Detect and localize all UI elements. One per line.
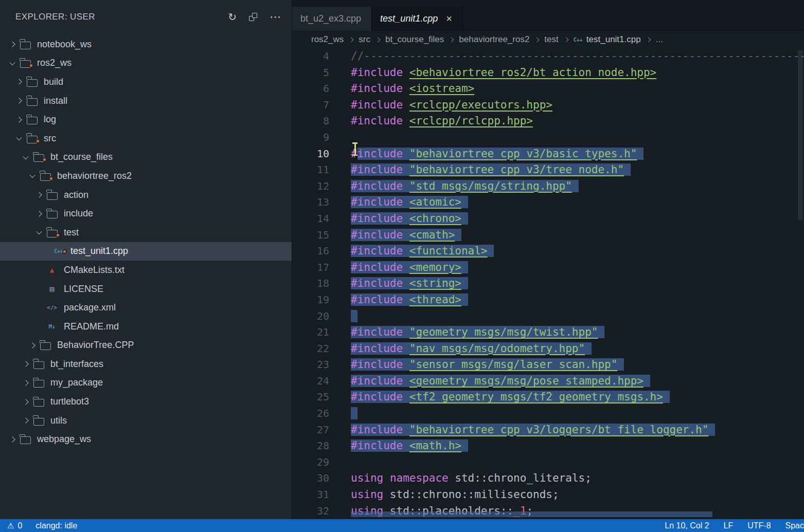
code-text[interactable]: #include "behaviortree_cpp_v3/loggers/bt… — [351, 422, 715, 438]
tab-bt-u2-ex3-cpp[interactable]: bt_u2_ex3.cpp — [292, 7, 372, 31]
collapse-all-icon[interactable] — [249, 13, 257, 21]
status-cursor-position[interactable]: Ln 10, Col 2 — [665, 521, 709, 530]
code-text[interactable]: #include <rclcpp/executors.hpp> — [351, 97, 552, 114]
chevron-right-icon[interactable] — [9, 436, 15, 442]
tree-item-install[interactable]: install — [0, 91, 292, 111]
tree-item-webpage-ws[interactable]: webpage_ws — [0, 430, 292, 449]
code-text[interactable]: #include <functional> — [351, 243, 494, 260]
tree-item-package-xml[interactable]: </>package.xml — [0, 298, 292, 317]
tree-item-readme-md[interactable]: M↓README.md — [0, 317, 292, 336]
tree-item-behaviortree-ros2[interactable]: behaviortree_ros2 — [0, 167, 292, 186]
code-text[interactable]: #include <cmath> — [351, 227, 461, 244]
chevron-right-icon[interactable] — [23, 399, 28, 405]
code-text[interactable]: #include <thread> — [351, 292, 468, 308]
chevron-down-icon[interactable] — [16, 135, 22, 140]
chevron-down-icon[interactable] — [9, 60, 15, 65]
code-text[interactable]: #include <string> — [351, 276, 468, 292]
folder-icon — [27, 117, 38, 124]
code-text[interactable] — [351, 308, 358, 325]
tree-item-utils[interactable]: utils — [0, 411, 292, 430]
breadcrumb-item-behaviortree-ros2[interactable]: behaviortree_ros2 — [459, 34, 529, 45]
selection-highlight: #include <cmath> — [351, 229, 461, 241]
tree-item-build[interactable]: build — [0, 72, 292, 91]
code-text[interactable]: #include <tf2_geometry_msgs/tf2_geometry… — [351, 389, 670, 406]
code-line: 31using std::chrono::milliseconds; — [292, 487, 804, 503]
chevron-right-icon[interactable] — [16, 98, 22, 103]
code-text[interactable]: #include <rclcpp/rclcpp.hpp> — [351, 113, 533, 130]
chevron-down-icon[interactable] — [36, 229, 42, 234]
tree-item-log[interactable]: log — [0, 110, 292, 129]
chevron-right-icon[interactable] — [36, 192, 42, 197]
vertical-scrollbar[interactable] — [798, 50, 803, 220]
code-text[interactable]: #include <geometry_msgs/msg/pose_stamped… — [351, 373, 650, 390]
code-text[interactable]: using namespace std::chrono_literals; — [351, 470, 592, 487]
code-text[interactable]: //--------------------------------------… — [351, 48, 804, 65]
tree-item-ros2-ws[interactable]: ros2_ws — [0, 54, 292, 73]
code-text[interactable]: #include <math.h> — [351, 438, 468, 454]
breadcrumb-item-test-unit1-cpp[interactable]: C++test_unit1.cpp — [574, 34, 641, 45]
tab-test-unit1-cpp[interactable]: test_unit1.cpp× — [372, 7, 463, 31]
close-icon[interactable]: × — [446, 13, 452, 25]
status-indentation[interactable]: Spac — [785, 521, 804, 530]
chevron-right-icon — [449, 37, 454, 42]
chevron-right-icon[interactable] — [23, 418, 28, 424]
explorer-actions: ↻ ⋯ — [228, 11, 281, 23]
folder-icon — [33, 418, 44, 426]
tree-item-turtlebot3[interactable]: turtlebot3 — [0, 392, 292, 411]
status-clangd-status[interactable]: clangd: idle — [35, 521, 77, 530]
breadcrumb-item-src[interactable]: src — [359, 34, 370, 45]
line-number: 21 — [292, 324, 329, 341]
breadcrumb-overflow[interactable]: ... — [656, 34, 663, 45]
code-text[interactable]: #include "sensor_msgs/msg/laser_scan.hpp… — [351, 357, 624, 373]
tree-item-test-unit1-cpp[interactable]: C++test_unit1.cpp — [0, 242, 292, 261]
tree-item-label: ros2_ws — [37, 58, 72, 68]
chevron-right-icon[interactable] — [36, 211, 42, 216]
status-warnings[interactable]: ⚠0 — [7, 521, 22, 530]
tree-item-my-package[interactable]: my_package — [0, 374, 292, 393]
code-text[interactable] — [351, 406, 358, 422]
tree-item-behaviortree-cpp[interactable]: BehaviorTree.CPP — [0, 336, 292, 355]
code-editor[interactable]: 4//-------------------------------------… — [292, 48, 804, 519]
horizontal-scrollbar[interactable] — [351, 511, 712, 517]
chevron-right-icon[interactable] — [23, 380, 28, 386]
cmake-icon: ▲ — [50, 266, 54, 274]
tree-item-cmakelists-txt[interactable]: ▲CMakeLists.txt — [0, 261, 292, 280]
tree-item-license[interactable]: ▤LICENSE — [0, 280, 292, 299]
code-text[interactable]: using std::chrono::milliseconds; — [351, 487, 559, 503]
code-text[interactable]: #include "geometry_msgs/msg/twist.hpp" — [351, 324, 604, 341]
tree-item-test[interactable]: test — [0, 223, 292, 242]
tree-item-src[interactable]: src — [0, 129, 292, 148]
line-number: 5 — [292, 65, 329, 81]
tree-item-label: log — [44, 114, 56, 125]
code-text[interactable]: #include "nav_msgs/msg/odometry.hpp" — [351, 341, 592, 357]
status-end-of-line[interactable]: LF — [724, 521, 734, 530]
more-actions-icon[interactable]: ⋯ — [270, 11, 281, 23]
tree-item-notebook-ws[interactable]: notebook_ws — [0, 35, 292, 54]
tree-item-bt-course-files[interactable]: bt_course_files — [0, 148, 292, 167]
chevron-right-icon[interactable] — [16, 79, 22, 85]
code-line: 24#include <geometry_msgs/msg/pose_stamp… — [292, 373, 804, 390]
code-text[interactable]: #include "behaviortree_cpp_v3/tree_node.… — [351, 162, 631, 178]
code-text[interactable]: #include "std_msgs/msg/string.hpp" — [351, 178, 579, 195]
breadcrumb-item-bt-course-files[interactable]: bt_course_files — [385, 34, 444, 45]
chevron-right-icon[interactable] — [16, 117, 22, 122]
refresh-icon[interactable]: ↻ — [228, 12, 237, 22]
tree-item-bt-interfaces[interactable]: bt_interfaces — [0, 355, 292, 374]
code-text[interactable]: #include <iostream> — [351, 81, 474, 97]
code-text[interactable]: #include <atomic> — [351, 194, 468, 211]
chevron-right-icon[interactable] — [23, 361, 28, 367]
tree-item-include[interactable]: include — [0, 204, 292, 223]
status-encoding[interactable]: UTF-8 — [747, 521, 771, 530]
code-text[interactable]: #include <behaviortree_ros2/bt_action_no… — [351, 65, 656, 81]
chevron-down-icon[interactable] — [29, 172, 35, 178]
code-text[interactable]: #include "behaviortree_cpp_v3/basic_type… — [351, 146, 644, 162]
tree-item-action[interactable]: action — [0, 186, 292, 205]
chevron-right-icon[interactable] — [29, 342, 35, 348]
chevron-right-icon[interactable] — [9, 42, 15, 47]
chevron-down-icon[interactable] — [23, 154, 28, 159]
selection-highlight: #include <functional> — [351, 245, 494, 257]
breadcrumb-item-ros2-ws[interactable]: ros2_ws — [311, 34, 344, 45]
breadcrumb-item-test[interactable]: test — [544, 34, 558, 45]
code-text[interactable]: #include <memory> — [351, 260, 468, 276]
code-text[interactable]: #include <chrono> — [351, 211, 468, 227]
